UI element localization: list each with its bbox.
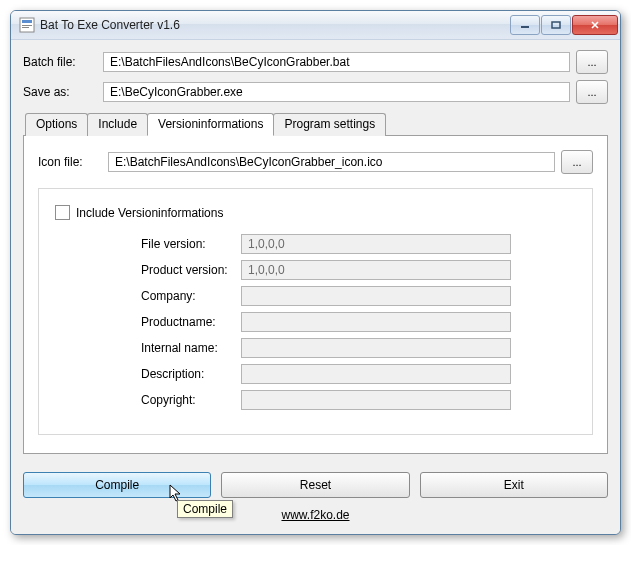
maximize-button[interactable]: [541, 15, 571, 35]
svg-rect-3: [22, 27, 29, 28]
file-version-row: File version:: [141, 234, 580, 254]
internalname-row: Internal name:: [141, 338, 580, 358]
svg-rect-5: [552, 22, 560, 28]
versioninfo-group: Include Versioninformations File version…: [38, 188, 593, 435]
saveas-browse-button[interactable]: ...: [576, 80, 608, 104]
copyright-input: [241, 390, 511, 410]
productname-label: Productname:: [141, 315, 241, 329]
minimize-button[interactable]: [510, 15, 540, 35]
window-title: Bat To Exe Converter v1.6: [40, 18, 510, 32]
compile-tooltip: Compile: [177, 500, 233, 518]
svg-rect-1: [22, 20, 32, 23]
tab-panel-versioninformations: Icon file: ... Include Versioninformatio…: [23, 135, 608, 454]
description-row: Description:: [141, 364, 580, 384]
copyright-label: Copyright:: [141, 393, 241, 407]
include-versioninfo-label: Include Versioninformations: [76, 206, 223, 220]
svg-rect-4: [521, 26, 529, 28]
app-window: Bat To Exe Converter v1.6 Batch file: ..…: [10, 10, 621, 535]
footer-link[interactable]: www.f2ko.de: [23, 508, 608, 522]
icon-file-input[interactable]: [108, 152, 555, 172]
svg-rect-2: [22, 25, 32, 26]
tab-options[interactable]: Options: [25, 113, 88, 136]
icon-file-row: Icon file: ...: [38, 150, 593, 174]
company-input: [241, 286, 511, 306]
saveas-row: Save as: ...: [23, 80, 608, 104]
file-version-input: [241, 234, 511, 254]
batch-browse-button[interactable]: ...: [576, 50, 608, 74]
saveas-input[interactable]: [103, 82, 570, 102]
titlebar[interactable]: Bat To Exe Converter v1.6: [11, 11, 620, 40]
icon-file-label: Icon file:: [38, 155, 102, 169]
tab-include[interactable]: Include: [87, 113, 148, 136]
icon-browse-button[interactable]: ...: [561, 150, 593, 174]
product-version-label: Product version:: [141, 263, 241, 277]
window-controls: [510, 15, 618, 35]
internalname-input: [241, 338, 511, 358]
company-label: Company:: [141, 289, 241, 303]
saveas-label: Save as:: [23, 85, 97, 99]
tabs: Options Include Versioninformations Prog…: [23, 112, 608, 454]
batch-file-row: Batch file: ...: [23, 50, 608, 74]
batch-file-label: Batch file:: [23, 55, 97, 69]
copyright-row: Copyright:: [141, 390, 580, 410]
compile-button[interactable]: Compile: [23, 472, 211, 498]
productname-input: [241, 312, 511, 332]
reset-button[interactable]: Reset: [221, 472, 409, 498]
batch-file-input[interactable]: [103, 52, 570, 72]
file-version-label: File version:: [141, 237, 241, 251]
tab-program-settings[interactable]: Program settings: [273, 113, 386, 136]
productname-row: Productname:: [141, 312, 580, 332]
exit-button[interactable]: Exit: [420, 472, 608, 498]
app-icon: [19, 17, 35, 33]
description-label: Description:: [141, 367, 241, 381]
company-row: Company:: [141, 286, 580, 306]
client-area: Batch file: ... Save as: ... Options Inc…: [11, 40, 620, 534]
internalname-label: Internal name:: [141, 341, 241, 355]
include-versioninfo-checkbox[interactable]: [55, 205, 70, 220]
product-version-row: Product version:: [141, 260, 580, 280]
product-version-input: [241, 260, 511, 280]
close-button[interactable]: [572, 15, 618, 35]
include-versioninfo-row[interactable]: Include Versioninformations: [55, 205, 580, 220]
description-input: [241, 364, 511, 384]
tab-strip: Options Include Versioninformations Prog…: [23, 113, 608, 136]
bottom-button-bar: Compile Reset Exit Compile: [23, 472, 608, 498]
tab-versioninformations[interactable]: Versioninformations: [147, 113, 274, 136]
